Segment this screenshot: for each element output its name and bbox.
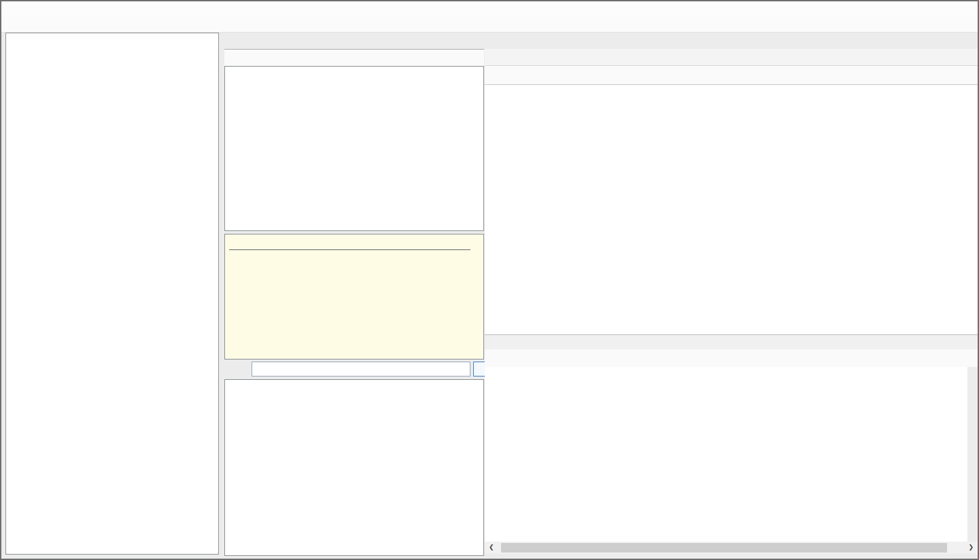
scroll-left-arrow[interactable]: ❮ — [489, 544, 494, 550]
help-panel — [224, 234, 484, 360]
menu-bar — [1, 1, 978, 16]
results-toolbar — [485, 349, 978, 367]
scroll-thumb[interactable] — [501, 543, 947, 553]
document-viewer — [485, 84, 978, 334]
scroll-right-arrow[interactable]: ❯ — [968, 544, 974, 550]
editor-toolbar — [224, 50, 484, 66]
property-grid — [224, 66, 484, 231]
help-divider — [229, 249, 470, 250]
batch-combo[interactable] — [252, 362, 470, 377]
batch-bar — [224, 362, 484, 378]
results-count-bar — [485, 49, 978, 66]
batch-tree — [224, 379, 484, 556]
viewer-toolbar — [485, 66, 978, 84]
application-window: ❮ ❯ — [0, 0, 979, 560]
main-toolbar — [1, 16, 978, 33]
results-grid — [485, 367, 967, 542]
horizontal-scrollbar[interactable]: ❮ ❯ — [485, 542, 978, 554]
node-tree-panel — [5, 33, 219, 555]
viewer-status-bar — [485, 334, 978, 349]
